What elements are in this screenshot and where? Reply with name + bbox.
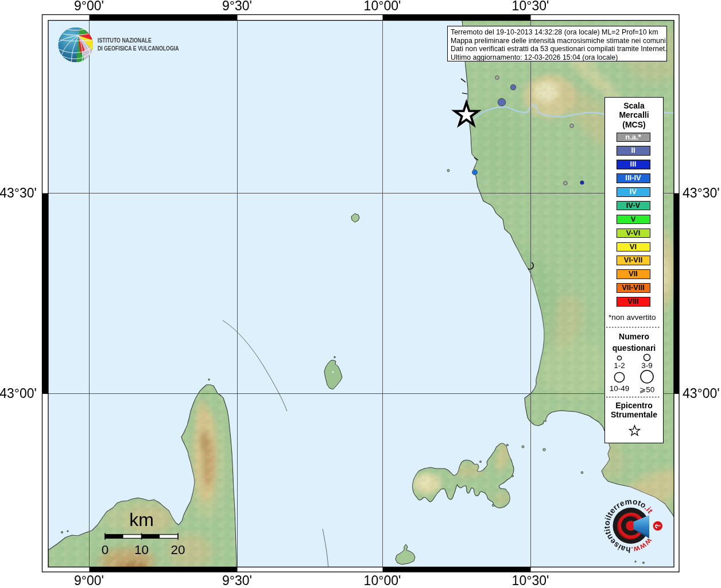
svg-text:20: 20 (170, 543, 185, 557)
svg-text:10: 10 (134, 543, 149, 557)
svg-text:0: 0 (102, 543, 109, 557)
svg-text:km: km (129, 509, 154, 530)
